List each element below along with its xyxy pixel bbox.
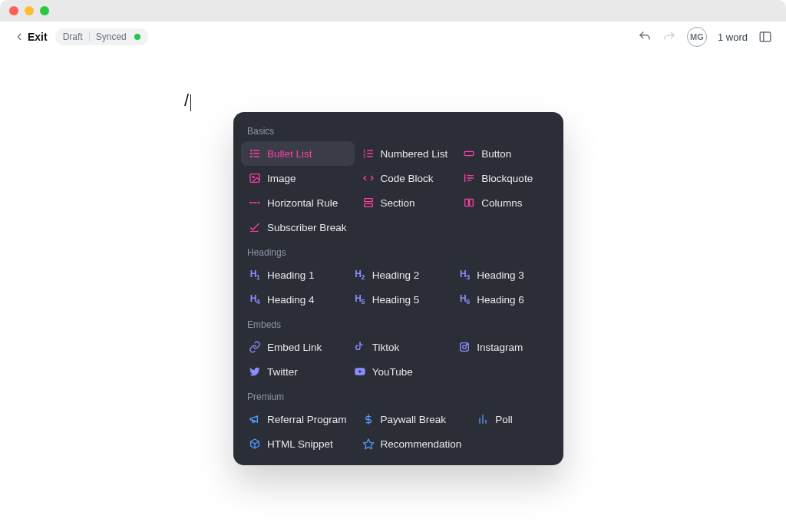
svg-point-23 bbox=[259, 202, 259, 203]
menu-item-numbered-list[interactable]: 123 Numbered List bbox=[355, 141, 456, 166]
text-caret bbox=[190, 94, 191, 111]
menu-item-instagram[interactable]: Instagram bbox=[451, 335, 556, 359]
menu-item-label: Embed Link bbox=[267, 342, 322, 353]
chevron-left-icon bbox=[14, 31, 25, 42]
menu-item-section[interactable]: Section bbox=[355, 190, 456, 215]
menu-item-poll[interactable]: Poll bbox=[469, 407, 556, 431]
menu-item-heading-4[interactable]: H4 Heading 4 bbox=[241, 287, 346, 312]
pill-separator bbox=[89, 32, 90, 41]
svg-rect-0 bbox=[760, 32, 771, 41]
poll-icon bbox=[477, 413, 489, 425]
redo-icon[interactable] bbox=[662, 30, 676, 44]
window-maximize-dot[interactable] bbox=[40, 6, 49, 15]
toolbar-right: MG 1 word bbox=[638, 27, 772, 47]
dollar-break-icon bbox=[362, 413, 375, 425]
window-close-dot[interactable] bbox=[9, 6, 18, 15]
heading-2-icon: H2 bbox=[354, 269, 366, 281]
avatar-initials: MG bbox=[690, 32, 704, 41]
avatar[interactable]: MG bbox=[687, 27, 707, 47]
menu-item-html-snippet[interactable]: HTML Snippet bbox=[241, 431, 355, 456]
star-icon bbox=[362, 438, 375, 450]
menu-item-embed-link[interactable]: Embed Link bbox=[241, 335, 346, 359]
menu-item-label: Horizontal Rule bbox=[267, 197, 338, 209]
cube-icon bbox=[249, 438, 261, 450]
svg-point-31 bbox=[467, 344, 467, 345]
menu-item-heading-3[interactable]: H3 Heading 3 bbox=[451, 263, 556, 287]
editor-body[interactable]: / Basics Bullet List 123 Numbered List B… bbox=[0, 52, 786, 111]
menu-item-label: Heading 4 bbox=[267, 294, 315, 306]
menu-item-youtube[interactable]: YouTube bbox=[346, 359, 451, 384]
menu-item-label: HTML Snippet bbox=[267, 438, 333, 450]
panel-toggle-icon[interactable] bbox=[758, 30, 772, 44]
menu-item-label: Twitter bbox=[267, 366, 298, 378]
instagram-icon bbox=[458, 341, 471, 353]
sync-status-dot bbox=[134, 34, 140, 40]
menu-item-referral-program[interactable]: Referral Program bbox=[241, 407, 355, 431]
word-count: 1 word bbox=[718, 31, 748, 43]
menu-item-label: YouTube bbox=[372, 366, 413, 378]
svg-point-4 bbox=[251, 153, 252, 154]
menu-item-label: Poll bbox=[495, 414, 513, 425]
menu-item-label: Section bbox=[381, 197, 415, 209]
image-icon bbox=[249, 172, 261, 184]
menu-item-label: Blockquote bbox=[481, 173, 533, 184]
svg-point-2 bbox=[251, 150, 252, 150]
menu-item-image[interactable]: Image bbox=[241, 166, 355, 190]
menu-item-button[interactable]: Button bbox=[455, 141, 556, 166]
editor-toolbar: Exit Draft Synced MG 1 word bbox=[0, 21, 786, 52]
code-block-icon bbox=[362, 172, 375, 184]
menu-item-label: Paywall Break bbox=[381, 414, 447, 425]
section-label-basics: Basics bbox=[241, 121, 556, 141]
menu-item-label: Code Block bbox=[381, 173, 434, 184]
menu-item-label: Heading 5 bbox=[372, 294, 420, 306]
menu-item-columns[interactable]: Columns bbox=[455, 190, 556, 215]
menu-item-label: Button bbox=[481, 148, 511, 160]
menu-item-heading-6[interactable]: H6 Heading 6 bbox=[451, 287, 556, 312]
svg-marker-37 bbox=[363, 439, 373, 449]
menu-item-heading-1[interactable]: H1 Heading 1 bbox=[241, 263, 346, 287]
exit-button[interactable]: Exit bbox=[14, 31, 48, 43]
menu-item-label: Tiktok bbox=[372, 342, 400, 353]
bullet-list-icon bbox=[249, 147, 261, 160]
menu-item-horizontal-rule[interactable]: Horizontal Rule bbox=[241, 190, 355, 215]
window-minimize-dot[interactable] bbox=[25, 6, 34, 15]
link-icon bbox=[249, 341, 261, 353]
menu-item-label: Image bbox=[267, 173, 296, 184]
headings-grid: H1 Heading 1 H2 Heading 2 H3 Heading 3 H… bbox=[241, 263, 556, 312]
menu-item-twitter[interactable]: Twitter bbox=[241, 359, 346, 384]
menu-item-label: Heading 3 bbox=[477, 269, 524, 281]
menu-item-tiktok[interactable]: Tiktok bbox=[346, 335, 451, 359]
menu-item-label: Heading 6 bbox=[477, 294, 524, 306]
blockquote-icon bbox=[463, 172, 475, 184]
tiktok-icon bbox=[354, 341, 366, 353]
menu-item-recommendation[interactable]: Recommendation bbox=[355, 431, 470, 456]
svg-point-30 bbox=[463, 345, 467, 349]
slash-command-menu: Basics Bullet List 123 Numbered List But… bbox=[233, 112, 563, 465]
svg-point-6 bbox=[251, 156, 252, 157]
menu-item-paywall-break[interactable]: Paywall Break bbox=[355, 407, 470, 431]
menu-item-subscriber-break[interactable]: Subscriber Break bbox=[241, 215, 355, 240]
slash-command-text: / bbox=[184, 91, 189, 110]
menu-item-label: Referral Program bbox=[267, 414, 347, 425]
undo-icon[interactable] bbox=[638, 30, 652, 44]
synced-label: Synced bbox=[96, 31, 127, 42]
menu-item-label: Subscriber Break bbox=[267, 222, 347, 233]
menu-item-label: Bullet List bbox=[267, 148, 312, 160]
svg-rect-25 bbox=[364, 203, 372, 207]
svg-point-21 bbox=[250, 202, 251, 203]
heading-6-icon: H6 bbox=[458, 293, 471, 306]
basics-grid: Bullet List 123 Numbered List Button Ima… bbox=[241, 141, 556, 240]
menu-item-heading-2[interactable]: H2 Heading 2 bbox=[346, 263, 451, 287]
menu-item-bullet-list[interactable]: Bullet List bbox=[241, 141, 355, 166]
menu-item-label: Heading 1 bbox=[267, 269, 315, 281]
embeds-grid: Embed Link Tiktok Instagram Twitter YouT… bbox=[241, 335, 556, 384]
numbered-list-icon: 123 bbox=[362, 147, 375, 160]
menu-item-code-block[interactable]: Code Block bbox=[355, 166, 456, 190]
youtube-icon bbox=[354, 365, 366, 378]
menu-item-blockquote[interactable]: Blockquote bbox=[455, 166, 556, 190]
columns-icon bbox=[463, 197, 475, 209]
menu-item-label: Instagram bbox=[477, 342, 523, 353]
menu-item-heading-5[interactable]: H5 Heading 5 bbox=[346, 287, 451, 312]
button-icon bbox=[463, 147, 475, 160]
horizontal-rule-icon bbox=[249, 197, 261, 209]
